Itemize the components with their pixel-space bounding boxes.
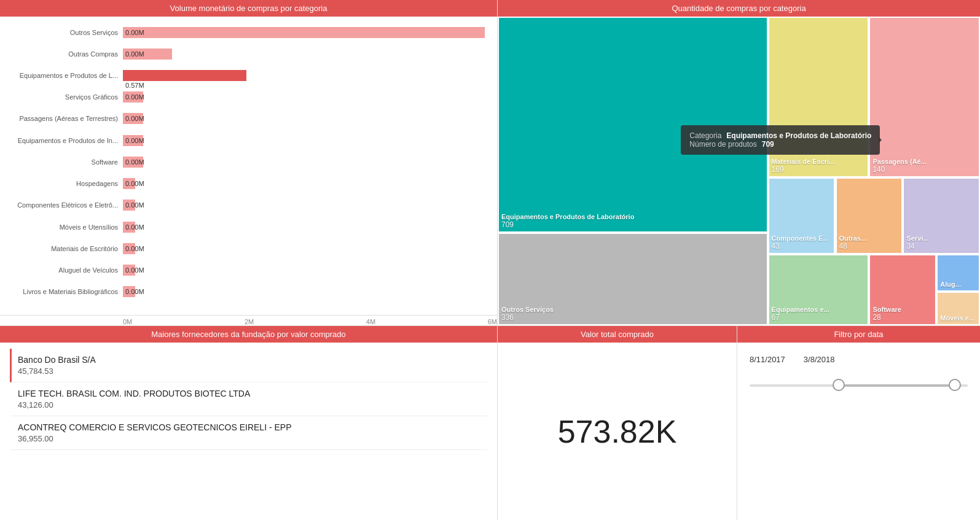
- treemap-tile-value: 169: [772, 165, 866, 174]
- bar-container: 0.00M: [123, 200, 485, 211]
- bar-row: Livros e Materiais Bibliográficos0.00M: [6, 283, 485, 300]
- bar-fill: 0.00M: [123, 49, 172, 60]
- slider-fill: [837, 384, 957, 387]
- treemap-tile-passagens[interactable]: Passagens (Aé...140: [869, 17, 980, 177]
- treemap-body[interactable]: Móveis e...Alug...Software28Equipamentos…: [498, 17, 980, 325]
- bar-row: Passagens (Aéreas e Terrestres)0.00M: [6, 110, 485, 127]
- treemap-tile-materiais_esc[interactable]: Materiais de Escri...169: [768, 17, 869, 177]
- bar-container: 0.00M: [123, 265, 485, 276]
- treemap-tile-label: Móveis e...: [940, 314, 976, 322]
- bar-fill: 0.00M: [123, 91, 143, 103]
- treemap-tile-value: 48: [839, 242, 900, 250]
- bar-container: 0.00M: [123, 286, 485, 297]
- supplier-item: ACONTREQ COMERCIO E SERVICOS GEOTECNICOS…: [10, 416, 487, 450]
- treemap-tile-value: 28: [872, 313, 933, 322]
- bar-value: 0.00M: [125, 265, 144, 276]
- bar-chart-area: Outros Serviços0.00MOutras Compras0.00ME…: [0, 17, 497, 315]
- total-value-area: 573.82K: [498, 343, 737, 520]
- bar-value: 0.00M: [125, 243, 144, 254]
- bar-row: Componentes Elétricos e Eletrô...0.00M: [6, 196, 485, 214]
- date-start: 8/11/2017: [750, 355, 785, 364]
- total-value-title: Valor total comprado: [498, 326, 737, 343]
- bar-container: 0.00M: [123, 27, 485, 38]
- bar-container: 0.57M: [123, 70, 485, 81]
- bar-fill: 0.00M: [123, 222, 135, 233]
- bar-container: 0.00M: [123, 113, 485, 124]
- bar-value: 0.00M: [125, 286, 144, 297]
- slider-thumb-left[interactable]: [833, 379, 845, 391]
- suppliers-title: Maiores fornecedores da fundação por val…: [0, 326, 497, 343]
- treemap-tile-label: Software: [872, 306, 933, 313]
- bar-row: Equipamentos e Produtos de L...0.57M: [6, 67, 485, 84]
- treemap-tile-label: Componentes E...: [772, 235, 832, 242]
- bar-row: Móveis e Utensílios0.00M: [6, 219, 485, 236]
- bar-value: 0.00M: [125, 135, 144, 146]
- treemap-tile-label: Outros Serviços: [501, 306, 764, 313]
- bar-row: Serviços Gráficos0.00M: [6, 88, 485, 106]
- treemap-tile-label: Equipamentos e...: [772, 306, 866, 313]
- bar-label: Passagens (Aéreas e Terrestres): [6, 115, 123, 122]
- bar-fill: 0.00M: [123, 157, 143, 168]
- treemap-tile-value: 43: [772, 242, 832, 250]
- supplier-item: LIFE TECH. BRASIL COM. IND. PRODUTOS BIO…: [10, 382, 487, 416]
- filter-area: 8/11/2017 3/8/2018: [737, 343, 980, 520]
- treemap-tile-label: Alug...: [940, 281, 976, 288]
- bar-container: 0.00M: [123, 49, 485, 60]
- date-filter-panel: Filtro por data 8/11/2017 3/8/2018: [737, 326, 980, 520]
- treemap-title: Quantidade de compras por categoria: [498, 0, 980, 17]
- bar-value: 0.00M: [125, 91, 144, 103]
- treemap-tile-value: 34: [906, 242, 976, 250]
- bar-fill: 0.00M: [123, 200, 135, 211]
- treemap-tile-label: Materiais de Escri...: [772, 158, 866, 165]
- bar-label: Outras Compras: [6, 50, 123, 58]
- suppliers-list: Banco Do Brasil S/A45,784.53LIFE TECH. B…: [0, 343, 497, 520]
- total-value-panel: Valor total comprado 573.82K: [498, 326, 737, 520]
- date-slider[interactable]: [750, 376, 968, 395]
- bar-value: 0.00M: [125, 157, 144, 168]
- slider-thumb-right[interactable]: [949, 379, 961, 391]
- bar-fill: 0.00M: [123, 178, 135, 189]
- treemap-tile-value: 336: [501, 313, 764, 322]
- bar-container: 0.00M: [123, 157, 485, 168]
- bar-value: 0.57M: [125, 82, 144, 89]
- treemap-tile-value: 709: [501, 220, 764, 229]
- bar-row: Outras Compras0.00M: [6, 45, 485, 63]
- treemap-tile-outras[interactable]: Outras...48: [836, 177, 903, 255]
- supplier-name: Banco Do Brasil S/A: [18, 355, 487, 365]
- bar-row: Aluguel de Veículos0.00M: [6, 262, 485, 279]
- treemap-tile-outros_serv[interactable]: Outros Serviços336: [498, 233, 768, 325]
- treemap-tile-lab[interactable]: Equipamentos e Produtos de Laboratório70…: [498, 17, 768, 233]
- supplier-value: 45,784.53: [18, 367, 487, 376]
- bar-fill: 0.00M: [123, 243, 135, 254]
- bar-fill: [123, 70, 246, 81]
- bar-value: 0.00M: [125, 113, 144, 124]
- treemap-tile-equipamentos_e[interactable]: Equipamentos e...67: [768, 254, 869, 325]
- x-axis: 0M 2M 4M 6M: [0, 315, 497, 325]
- bar-fill: 0.00M: [123, 27, 485, 38]
- bar-fill: 0.00M: [123, 113, 143, 124]
- total-value-text: 573.82K: [558, 413, 677, 450]
- bar-chart-title: Volume monetário de compras por categori…: [0, 0, 497, 17]
- date-end: 3/8/2018: [804, 355, 835, 364]
- treemap-tile-software[interactable]: Software28: [869, 254, 936, 325]
- bar-fill: 0.00M: [123, 135, 143, 146]
- bar-label: Hospedagens: [6, 180, 123, 187]
- bar-row: Software0.00M: [6, 153, 485, 171]
- bar-row: Hospedagens0.00M: [6, 175, 485, 192]
- treemap-tile-alug[interactable]: Alug...: [936, 254, 980, 291]
- bar-value: 0.00M: [125, 49, 144, 60]
- bar-label: Aluguel de Veículos: [6, 266, 123, 274]
- treemap-tile-componentes[interactable]: Componentes E...43: [768, 177, 836, 255]
- bar-container: 0.00M: [123, 222, 485, 233]
- bar-label: Equipamentos e Produtos de L...: [6, 72, 123, 79]
- treemap-tile-servi[interactable]: Servi...34: [903, 177, 980, 255]
- bar-label: Móveis e Utensílios: [6, 223, 123, 231]
- bar-label: Outros Serviços: [6, 29, 123, 36]
- treemap-tile-label: Outras...: [839, 235, 900, 242]
- date-range-row: 8/11/2017 3/8/2018: [750, 355, 968, 364]
- bar-row: Materiais de Escritório0.00M: [6, 240, 485, 257]
- bar-container: 0.00M: [123, 243, 485, 254]
- supplier-item: Banco Do Brasil S/A45,784.53: [10, 349, 487, 382]
- treemap-tile-moveis[interactable]: Móveis e...: [936, 292, 980, 325]
- bar-container: 0.00M: [123, 178, 485, 189]
